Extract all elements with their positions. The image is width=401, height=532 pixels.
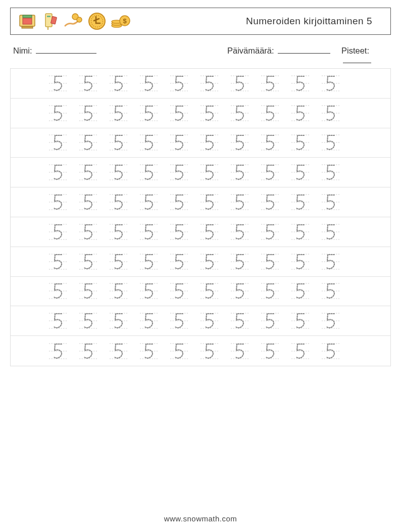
trace-cell[interactable] xyxy=(290,221,321,243)
trace-cell[interactable] xyxy=(290,191,321,213)
trace-cell[interactable] xyxy=(321,162,351,183)
trace-cell[interactable] xyxy=(109,162,139,183)
trace-cell[interactable] xyxy=(321,310,351,331)
trace-cell[interactable] xyxy=(260,191,290,213)
trace-cell[interactable] xyxy=(169,73,199,94)
trace-cell[interactable] xyxy=(109,221,139,243)
trace-cell[interactable] xyxy=(48,221,78,243)
trace-cell[interactable] xyxy=(290,310,321,331)
trace-cell[interactable] xyxy=(199,251,230,272)
trace-cell[interactable] xyxy=(321,280,351,302)
trace-cell[interactable] xyxy=(290,103,321,124)
trace-cell[interactable] xyxy=(169,191,199,213)
trace-cell[interactable] xyxy=(199,310,230,331)
trace-cell[interactable] xyxy=(48,132,78,153)
trace-cell[interactable] xyxy=(139,162,169,183)
trace-cell[interactable] xyxy=(139,310,169,331)
trace-cell[interactable] xyxy=(78,132,109,153)
trace-cell[interactable] xyxy=(139,191,169,213)
trace-cell[interactable] xyxy=(169,280,199,302)
trace-cell[interactable] xyxy=(230,341,260,362)
trace-cell[interactable] xyxy=(109,132,139,153)
trace-cell[interactable] xyxy=(321,221,351,243)
trace-cell[interactable] xyxy=(139,221,169,243)
trace-cell[interactable] xyxy=(321,103,351,124)
trace-cell[interactable] xyxy=(321,73,351,94)
trace-cell[interactable] xyxy=(109,310,139,331)
trace-cell[interactable] xyxy=(260,132,290,153)
trace-cell[interactable] xyxy=(48,341,78,362)
trace-cell[interactable] xyxy=(199,280,230,302)
trace-cell[interactable] xyxy=(199,73,230,94)
trace-cell[interactable] xyxy=(109,251,139,272)
trace-cell[interactable] xyxy=(199,162,230,183)
trace-cell[interactable] xyxy=(230,280,260,302)
trace-cell[interactable] xyxy=(48,251,78,272)
trace-cell[interactable] xyxy=(260,310,290,331)
trace-cell[interactable] xyxy=(48,280,78,302)
trace-cell[interactable] xyxy=(169,162,199,183)
trace-cell[interactable] xyxy=(139,103,169,124)
trace-cell[interactable] xyxy=(139,280,169,302)
trace-cell[interactable] xyxy=(48,162,78,183)
trace-cell[interactable] xyxy=(139,341,169,362)
trace-cell[interactable] xyxy=(230,191,260,213)
trace-cell[interactable] xyxy=(48,73,78,94)
trace-cell[interactable] xyxy=(199,341,230,362)
trace-cell[interactable] xyxy=(78,162,109,183)
trace-cell[interactable] xyxy=(109,280,139,302)
trace-cell[interactable] xyxy=(169,251,199,272)
trace-cell[interactable] xyxy=(109,341,139,362)
trace-cell[interactable] xyxy=(169,132,199,153)
trace-cell[interactable] xyxy=(230,162,260,183)
trace-cell[interactable] xyxy=(48,191,78,213)
trace-cell[interactable] xyxy=(230,221,260,243)
trace-cell[interactable] xyxy=(78,341,109,362)
trace-cell[interactable] xyxy=(109,73,139,94)
date-blank[interactable] xyxy=(278,46,330,54)
trace-cell[interactable] xyxy=(290,73,321,94)
trace-cell[interactable] xyxy=(169,221,199,243)
trace-cell[interactable] xyxy=(321,191,351,213)
trace-cell[interactable] xyxy=(109,103,139,124)
trace-cell[interactable] xyxy=(260,280,290,302)
trace-cell[interactable] xyxy=(139,251,169,272)
trace-cell[interactable] xyxy=(290,251,321,272)
trace-cell[interactable] xyxy=(139,132,169,153)
trace-cell[interactable] xyxy=(169,341,199,362)
trace-cell[interactable] xyxy=(78,103,109,124)
trace-cell[interactable] xyxy=(321,341,351,362)
trace-cell[interactable] xyxy=(260,341,290,362)
trace-cell[interactable] xyxy=(321,251,351,272)
trace-cell[interactable] xyxy=(290,341,321,362)
trace-cell[interactable] xyxy=(230,132,260,153)
trace-cell[interactable] xyxy=(230,73,260,94)
trace-cell[interactable] xyxy=(48,310,78,331)
trace-cell[interactable] xyxy=(290,162,321,183)
name-blank[interactable] xyxy=(36,46,96,54)
score-blank[interactable] xyxy=(343,56,371,63)
trace-cell[interactable] xyxy=(199,221,230,243)
trace-cell[interactable] xyxy=(199,132,230,153)
trace-cell[interactable] xyxy=(230,103,260,124)
trace-cell[interactable] xyxy=(260,162,290,183)
trace-cell[interactable] xyxy=(78,73,109,94)
trace-cell[interactable] xyxy=(230,310,260,331)
trace-cell[interactable] xyxy=(139,73,169,94)
trace-cell[interactable] xyxy=(230,251,260,272)
trace-cell[interactable] xyxy=(290,280,321,302)
trace-cell[interactable] xyxy=(48,103,78,124)
trace-cell[interactable] xyxy=(199,191,230,213)
trace-cell[interactable] xyxy=(169,103,199,124)
trace-cell[interactable] xyxy=(321,132,351,153)
trace-cell[interactable] xyxy=(78,310,109,331)
trace-cell[interactable] xyxy=(78,251,109,272)
trace-cell[interactable] xyxy=(78,280,109,302)
trace-cell[interactable] xyxy=(199,103,230,124)
trace-cell[interactable] xyxy=(260,221,290,243)
trace-cell[interactable] xyxy=(78,221,109,243)
trace-cell[interactable] xyxy=(260,103,290,124)
trace-cell[interactable] xyxy=(260,73,290,94)
trace-cell[interactable] xyxy=(260,251,290,272)
trace-cell[interactable] xyxy=(109,191,139,213)
